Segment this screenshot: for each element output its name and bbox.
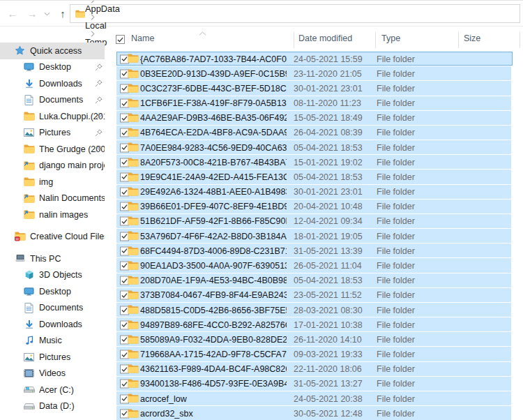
folder-icon (128, 246, 139, 257)
file-name: 43621163-F989-4DA4-BC4F-A98C826... (140, 364, 287, 374)
folder-icon (23, 144, 35, 155)
file-type: File folder (377, 143, 415, 153)
date-modified: 17-01-2021 10:38 (294, 320, 363, 330)
sidebar-item-django-main-projec[interactable]: django main projec (0, 158, 105, 174)
file-row-94897b89-68fe-4cc0-b292-a82576c5[interactable]: 94897B89-68FE-4CC0-B292-A82576C5...17-01… (112, 317, 523, 332)
column-header-date-modified[interactable]: Date modified (298, 33, 352, 43)
sidebar-item-nalin-documents[interactable]: Nalin Documents (0, 190, 105, 207)
breadcrumb-chevron-icon[interactable] (91, 14, 122, 20)
date-modified: 05-04-2021 18:53 (294, 276, 363, 285)
sidebar-item-desktop[interactable]: Desktop (0, 59, 105, 76)
sidebar-item-data-d[interactable]: Data (D:) (0, 398, 105, 415)
file-row-0c3c273f-6dbe-443c-b7ef-5d18ce4[interactable]: 0C3C273F-6DBE-443C-B7EF-5D18CE4...30-01-… (112, 81, 523, 96)
sidebar-item-downloads[interactable]: Downloads (0, 75, 105, 92)
folder-icon (23, 111, 35, 122)
date-modified: 31-05-2021 13:27 (294, 379, 363, 389)
breadcrumb-segment-appdata[interactable]: AppData (85, 3, 120, 14)
sidebar-item-acer-c[interactable]: Acer (C:) (0, 382, 105, 398)
folder-icon (128, 142, 139, 153)
file-row-68fc4494-87d3-4006-89d8-c231b71[interactable]: 68FC4494-87D3-4006-89D8-C231B71...31-05-… (112, 243, 523, 258)
sidebar-item-label: Pictures (39, 128, 70, 137)
file-type: File folder (377, 69, 415, 79)
file-list-pane: Name Date modified Type Size {AC76BA86-7… (112, 27, 523, 420)
sidebar-item-3d-objects[interactable]: 3D Objects (0, 267, 105, 284)
sidebar-item-pictures[interactable]: Pictures (0, 125, 105, 142)
file-row-43621163-f989-4da4-bc4f-a98c826[interactable]: 43621163-F989-4DA4-BC4F-A98C826...22-11-… (112, 362, 523, 377)
file-type: File folder (377, 409, 415, 419)
sidebar-item-label: Downloads (39, 320, 82, 329)
file-name: 0C3C273F-6DBE-443C-B7EF-5D18CE4... (140, 84, 287, 93)
file-row-719668aa-1715-42ad-9f78-c5cfa75[interactable]: 719668AA-1715-42AD-9F78-C5CFA75...09-03-… (112, 347, 523, 361)
file-name: 90EA1AD3-3500-4A0A-907F-6390513... (140, 261, 287, 271)
sidebar-item-pictures[interactable]: Pictures (0, 349, 105, 366)
up-icon[interactable]: ↑ (54, 1, 71, 27)
file-row-19e9c41e-24a9-42ed-a415-fea13ce[interactable]: 19E9C41E-24A9-42ED-A415-FEA13CE...05-04-… (112, 170, 523, 184)
sidebar-item-documents[interactable]: Documents (0, 300, 105, 317)
file-name: 29E492A6-1324-48B1-AEE0-A1B4983... (140, 187, 287, 197)
column-divider[interactable] (294, 32, 294, 48)
file-type: File folder (377, 172, 415, 182)
file-row-8a20f573-00c8-421b-b767-4b43ba7[interactable]: 8A20F573-00C8-421B-B767-4B43BA7...15-01-… (112, 155, 523, 170)
sidebar-item-luka-chuppi-201[interactable]: Luka.Chuppi.(201 (0, 108, 105, 125)
sidebar-item-music[interactable]: Music (0, 333, 105, 350)
pin-icon (95, 145, 103, 155)
drive-icon (23, 400, 35, 412)
back-icon[interactable]: ← (4, 1, 21, 27)
column-header-name[interactable]: Name (131, 33, 154, 43)
document-icon (23, 302, 35, 313)
file-row-7a0ee984-9283-4c56-9ed9-40ca632[interactable]: 7A0EE984-9283-4C56-9ED9-40CA632...05-04-… (112, 140, 523, 155)
forward-icon[interactable]: → (24, 1, 40, 27)
file-type: File folder (377, 216, 415, 226)
file-row-53a796d7-4f6f-42a2-b8d0-3b184a9[interactable]: 53A796D7-4F6F-42A2-B8D0-3B184A9...18-01-… (112, 229, 523, 243)
file-row-ac76ba86-7ad7-1033-7b44-ac0f07[interactable]: {AC76BA86-7AD7-1033-7B44-AC0F07...24-05-… (112, 52, 523, 66)
sidebar-item-quick-access[interactable]: Quick access (0, 43, 105, 59)
sidebar-item-creative-cloud-files[interactable]: ccCreative Cloud Files (0, 229, 105, 246)
sidebar-item-this-pc[interactable]: This PC (0, 250, 105, 267)
file-row-acrocef-low[interactable]: acrocef_low24-05-2021 20:38File folder (112, 391, 523, 406)
file-row-93400138-f486-4d57-93fe-0e3a9b43[interactable]: 93400138-F486-4D57-93FE-0E3A9B43...31-05… (112, 377, 523, 391)
folder-shortcut-icon (23, 193, 35, 204)
picture-icon (23, 127, 35, 138)
column-divider[interactable] (520, 32, 520, 48)
sidebar-item-nalin-images[interactable]: nalin images (0, 207, 105, 223)
file-row-585089a9-f032-4dda-9eb0-828de28[interactable]: 585089A9-F032-4DDA-9EB0-828DE28...26-11-… (112, 332, 523, 347)
sidebar-item-desktop[interactable]: Desktop (0, 283, 105, 300)
file-row-90ea1ad3-3500-4a0a-907f-6390513[interactable]: 90EA1AD3-3500-4A0A-907F-6390513...26-05-… (112, 258, 523, 273)
sidebar-item-downloads[interactable]: Downloads (0, 316, 105, 333)
folder-icon (128, 98, 139, 110)
cube-icon (23, 269, 35, 280)
sidebar-item-documents[interactable]: Documents (0, 92, 105, 109)
file-name: acrord32_sbx (140, 409, 193, 419)
file-row-488d5815-c0d5-42b6-8656-3bf75e5[interactable]: 488D5815-C0D5-42B6-8656-3BF75E5...28-03-… (112, 303, 523, 317)
select-all-checkbox[interactable] (116, 35, 125, 44)
file-row-51b621df-af59-42f1-8b66-f85c90e4[interactable]: 51B621DF-AF59-42F1-8B66-F85C90E4...12-04… (112, 214, 523, 229)
file-row-29e492a6-1324-48b1-aee0-a1b4983[interactable]: 29E492A6-1324-48B1-AEE0-A1B4983...30-01-… (112, 185, 523, 200)
file-row-4b764eca-e2da-4bf8-ac9a-5daa92[interactable]: 4B764ECA-E2DA-4BF8-AC9A-5DAA92...26-04-2… (112, 126, 523, 140)
column-header-size[interactable]: Size (464, 33, 480, 43)
file-row-373b7084-0467-4fb9-8f44-e9ab2434[interactable]: 373B7084-0467-4FB9-8F44-E9AB2434...23-05… (112, 288, 523, 303)
file-type: File folder (377, 246, 415, 256)
column-divider[interactable] (375, 32, 376, 48)
sidebar-item-label: Data (D:) (39, 401, 75, 411)
address-bar[interactable]: nalin goyalAppDataLocalTemp (70, 4, 520, 23)
file-name: 208D70AE-1F9A-4E53-94BC-4B0B98A... (140, 276, 287, 285)
navigation-pane: Quick accessDesktopDownloadsDocumentsLuk… (0, 27, 112, 420)
download-icon (23, 78, 35, 89)
file-row-4aa2e9af-d9b3-46be-ba35-06f4928[interactable]: 4AA2E9AF-D9B3-46BE-BA35-06F4928...15-05-… (112, 111, 523, 126)
file-row-208d70ae-1f9a-4e53-94bc-4b0b98a[interactable]: 208D70AE-1F9A-4E53-94BC-4B0B98A...05-04-… (112, 273, 523, 288)
sidebar-item-the-grudge-200[interactable]: The Grudge (200 (0, 141, 105, 158)
column-divider[interactable] (458, 32, 459, 48)
date-modified: 31-05-2021 13:39 (294, 246, 363, 256)
file-row-39b66e01-dfe9-407c-8ef9-4e1bd9a[interactable]: 39B66E01-DFE9-407C-8EF9-4E1BD9A...20-04-… (112, 200, 523, 214)
music-icon (23, 335, 35, 346)
column-header-type[interactable]: Type (381, 33, 400, 43)
file-row-acrord32-sbx[interactable]: acrord32_sbx30-05-2021 12:48File folder (112, 406, 523, 420)
sidebar-item-videos[interactable]: Videos (0, 366, 105, 382)
folder-icon (128, 261, 139, 272)
sidebar-item-label: Desktop (39, 62, 71, 72)
sidebar-item-label: img (39, 177, 53, 187)
sidebar-item-img[interactable]: img (0, 174, 105, 190)
file-row-1cfb6f1e-f38a-419f-8f79-0a5b1337[interactable]: 1CFB6F1E-F38A-419F-8F79-0A5B1337...08-11… (112, 96, 523, 111)
recent-locations-chevron-icon[interactable] (40, 1, 53, 27)
file-row-0b3ee20d-913d-439d-a9ef-0c15b92[interactable]: 0B3EE20D-913D-439D-A9EF-0C15B92...23-11-… (112, 66, 523, 81)
